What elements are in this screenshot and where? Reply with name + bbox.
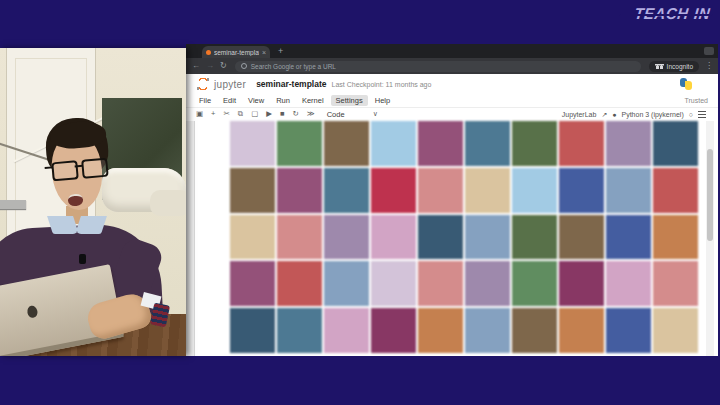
lapel-microphone [79,254,86,264]
save-button[interactable]: ▣ [196,110,203,118]
browser-address-bar: ← → ↻ Search Google or type a URL Incogn… [186,58,718,74]
generated-face [653,261,698,306]
generated-face [371,168,416,213]
incognito-label: Incognito [667,63,693,70]
jupyter-logo-icon [196,77,210,91]
incognito-badge: Incognito [649,61,699,72]
hamburger-menu-icon[interactable] [698,111,706,118]
kernel-status-dot-icon: ● [612,111,616,118]
run-all-button[interactable]: ≫ [307,110,315,118]
jupyter-toolbar: ▣ + ✂ ⧉ ▢ ▶ ■ ↻ ≫ Code ∨ JupyterLab ↗ ● … [186,107,718,122]
generated-face [230,121,275,166]
generated-face [465,215,510,260]
generated-face [277,261,322,306]
browser-menu-button[interactable] [704,47,714,55]
forward-icon[interactable]: → [206,62,214,70]
tab-close-icon[interactable]: × [262,49,266,56]
generated-face [230,261,275,306]
generated-face [465,121,510,166]
run-cell-button[interactable]: ▶ [266,110,272,118]
faces-grid [230,121,698,353]
generated-face [606,308,651,353]
reload-icon[interactable]: ↻ [220,62,227,70]
generated-face [512,308,557,353]
menu-help[interactable]: Help [370,95,395,106]
browser-window: seminar-template × + ← → ↻ Search Google… [186,44,718,356]
generated-face [418,261,463,306]
generated-face [512,121,557,166]
browser-tab[interactable]: seminar-template × [202,46,270,58]
back-icon[interactable]: ← [192,62,200,70]
generated-face [230,168,275,213]
jupyter-brand: jupyter [214,79,246,90]
jupyterlab-link[interactable]: JupyterLab [562,111,597,118]
generated-face [230,215,275,260]
cut-cell-button[interactable]: ✂ [223,110,229,118]
logo-stencil-line [620,14,712,16]
kernel-name[interactable]: Python 3 (ipykernel) [622,111,684,118]
menu-edit[interactable]: Edit [218,95,241,106]
external-link-icon[interactable]: ↗ [601,111,607,118]
notebook-left-gutter [186,121,195,356]
browser-more-menu-icon[interactable]: ⋮ [705,62,713,70]
generated-face [324,168,369,213]
scrollbar-thumb[interactable] [707,149,713,241]
generated-face [277,121,322,166]
generated-face [653,215,698,260]
url-omnibox[interactable]: Search Google or type a URL [235,61,641,72]
browser-tab-bar: seminar-template × + [186,44,718,58]
menu-settings[interactable]: Settings [331,95,368,106]
notebook-title[interactable]: seminar-template [256,79,326,89]
generated-face [512,261,557,306]
add-cell-button[interactable]: + [211,110,215,118]
generated-face [606,215,651,260]
menu-kernel[interactable]: Kernel [297,95,329,106]
generated-face [418,168,463,213]
jupyter-favicon-icon [206,50,211,55]
generated-face [606,121,651,166]
glasses-right-lens [81,158,109,179]
generated-face [324,308,369,353]
python-logo-yellow [685,81,692,90]
generated-face [559,121,604,166]
kernel-status-area: JupyterLab ↗ ● Python 3 (ipykernel) ○ [562,107,706,121]
kernel-idle-icon: ○ [689,111,693,118]
generated-face [512,215,557,260]
door-hinge [0,200,26,209]
generated-face [418,215,463,260]
copy-cell-button[interactable]: ⧉ [238,110,243,118]
jupyter-menu-bar: File Edit View Run Kernel Settings Help … [186,94,718,108]
generated-face [465,168,510,213]
menu-file[interactable]: File [194,95,216,106]
shirt-collar [50,216,104,236]
restart-kernel-button[interactable]: ↻ [293,110,299,118]
generated-face [371,121,416,166]
checkpoint-label: Last Checkpoint: 11 months ago [332,81,432,88]
trusted-badge: Trusted [685,97,708,104]
generated-face [512,168,557,213]
generated-face [324,261,369,306]
draped-cloth-small [150,190,186,216]
generated-face [324,121,369,166]
collar-right [75,216,107,234]
cell-type-dropdown[interactable]: Code [327,110,345,119]
apple-logo-icon [26,305,38,319]
menu-run[interactable]: Run [271,95,295,106]
generated-face [371,215,416,260]
notebook-scrollbar[interactable] [706,121,714,356]
notebook-content [186,121,718,356]
generated-face [559,168,604,213]
generated-face [418,308,463,353]
lecture-frame: TEACH-IN seminar-template × + ← → ↻ Sear… [0,0,720,405]
generated-face [230,308,275,353]
paste-cell-button[interactable]: ▢ [251,110,258,118]
glasses-left-lens [51,160,79,181]
stop-kernel-button[interactable]: ■ [280,110,285,118]
chevron-down-icon[interactable]: ∨ [373,110,378,118]
new-tab-button[interactable]: + [278,47,283,56]
collar-left [47,216,79,234]
generated-face [559,261,604,306]
generated-face [606,168,651,213]
menu-view[interactable]: View [243,95,269,106]
generated-face [418,121,463,166]
